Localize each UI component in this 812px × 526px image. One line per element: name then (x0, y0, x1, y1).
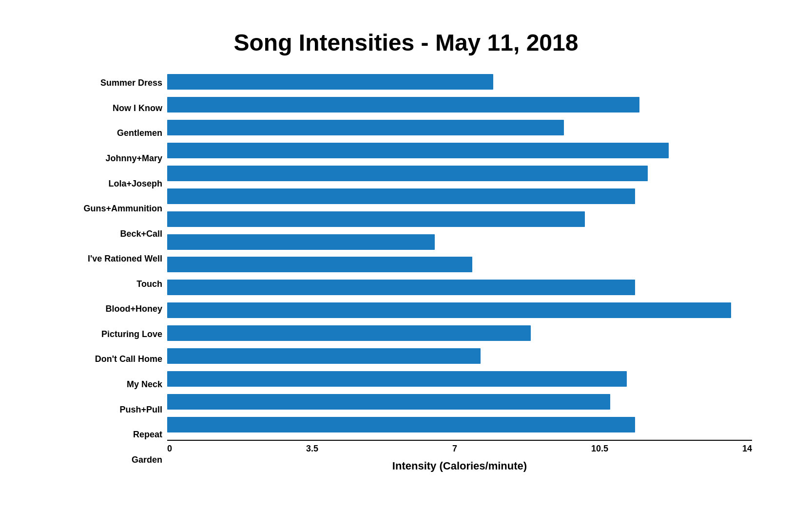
bar (167, 74, 493, 90)
x-tick: 0 (167, 444, 172, 454)
bar-row (167, 230, 752, 253)
bar (167, 302, 731, 318)
y-label: Guns+Ammunition (60, 204, 162, 214)
bar (167, 120, 564, 135)
bar-row (167, 345, 752, 368)
y-label: Push+Pull (60, 405, 162, 415)
bar-row (167, 367, 752, 390)
bar (167, 394, 610, 410)
y-label: Now I Know (60, 103, 162, 113)
chart-title: Song Intensities - May 11, 2018 (234, 29, 579, 56)
y-label: Gentlemen (60, 128, 162, 138)
bar (167, 143, 669, 158)
y-label: Lola+Joseph (60, 179, 162, 189)
bar-row (167, 413, 752, 436)
bar (167, 166, 648, 181)
bar (167, 234, 435, 250)
x-tick: 14 (742, 444, 752, 454)
x-tick: 3.5 (306, 444, 318, 454)
x-tick: 7 (452, 444, 457, 454)
bar (167, 325, 531, 341)
chart-container: Song Intensities - May 11, 2018 Summer D… (40, 15, 772, 511)
bar-row (167, 94, 752, 116)
y-label: Blood+Honey (60, 304, 162, 314)
bar-row (167, 139, 752, 162)
x-axis-line (167, 440, 752, 441)
y-label: Garden (60, 455, 162, 465)
bar (167, 257, 472, 272)
bar (167, 188, 635, 204)
bar (167, 417, 635, 432)
bar (167, 97, 639, 113)
y-label: Picturing Love (60, 329, 162, 339)
y-label: Don't Call Home (60, 354, 162, 364)
x-axis: 03.5710.514 Intensity (Calories/minute) (167, 440, 752, 472)
y-label: Touch (60, 279, 162, 289)
y-label: Beck+Call (60, 229, 162, 239)
bar-row (167, 116, 752, 139)
bars-and-axis: 03.5710.514 Intensity (Calories/minute) (167, 71, 752, 472)
bar-row (167, 207, 752, 230)
y-label: Repeat (60, 430, 162, 440)
y-label: I've Rationed Well (60, 254, 162, 264)
bars-wrapper (167, 71, 752, 436)
bar-row (167, 276, 752, 299)
bar-row (167, 162, 752, 185)
bar-row (167, 322, 752, 345)
bar-row (167, 299, 752, 322)
bar (167, 211, 585, 227)
bar-row (167, 390, 752, 413)
x-tick: 10.5 (591, 444, 608, 454)
bar-row (167, 253, 752, 276)
y-label: Johnny+Mary (60, 153, 162, 164)
x-axis-label: Intensity (Calories/minute) (167, 460, 752, 472)
bar-row (167, 185, 752, 207)
bars-section: Summer DressNow I KnowGentlemenJohnny+Ma… (60, 71, 752, 472)
bar (167, 280, 635, 295)
bar (167, 371, 627, 387)
x-axis-ticks: 03.5710.514 (167, 444, 752, 454)
y-label: Summer Dress (60, 78, 162, 88)
bar (167, 348, 481, 364)
y-label: My Neck (60, 379, 162, 390)
y-labels: Summer DressNow I KnowGentlemenJohnny+Ma… (60, 71, 167, 472)
bar-row (167, 71, 752, 94)
chart-area: Summer DressNow I KnowGentlemenJohnny+Ma… (60, 71, 752, 472)
